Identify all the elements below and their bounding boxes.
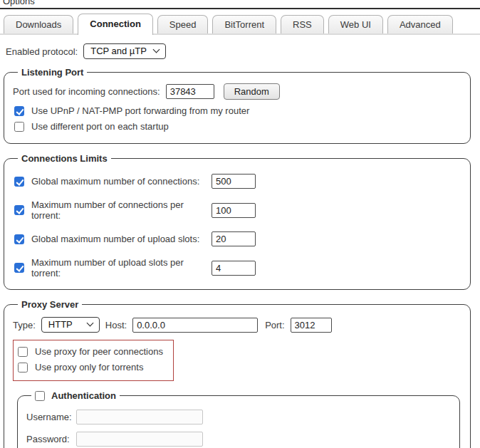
password-row: Password: [26, 432, 451, 447]
tab-label: Speed [169, 19, 197, 30]
max-connections-per-torrent-checkbox[interactable] [14, 205, 24, 215]
window-title-bar: Options [0, 0, 480, 9]
global-max-upload-slots-row: Global maximum number of upload slots: [14, 231, 460, 246]
max-connections-per-torrent-label: Maximum number of connections per torren… [31, 199, 204, 221]
authentication-section: Authentication Username: Password: Info:… [17, 390, 460, 448]
connections-limits-legend-text: Connections Limits [21, 153, 108, 164]
window-title: Options [3, 0, 35, 6]
proxy-type-select[interactable]: HTTP [41, 317, 100, 333]
max-connections-per-torrent-input[interactable] [212, 203, 256, 218]
proxy-host-input[interactable] [132, 318, 258, 333]
global-max-connections-row: Global maximum number of connections: [14, 174, 460, 189]
proxy-server-legend-text: Proxy Server [21, 299, 78, 310]
upnp-checkbox[interactable] [14, 106, 24, 116]
incoming-port-row: Port used for incoming connections: Rand… [13, 83, 461, 100]
proxy-server-section: Proxy Server Type: HTTP Host: Port: Use … [4, 299, 471, 448]
random-port-button[interactable]: Random [224, 83, 280, 100]
password-input [76, 432, 203, 447]
tab-rss[interactable]: RSS [281, 15, 324, 33]
tab-connection[interactable]: Connection [78, 14, 153, 35]
proxy-port-label: Port: [265, 320, 284, 330]
proxy-host-label: Host: [105, 320, 127, 330]
proxy-peer-connections-label: Use proxy for peer connections [35, 346, 163, 357]
proxy-peer-connections-checkbox[interactable] [18, 347, 28, 357]
authentication-checkbox[interactable] [35, 391, 45, 401]
global-max-upload-slots-label: Global maximum number of upload slots: [31, 234, 204, 244]
chevron-down-icon [153, 46, 160, 53]
tab-downloads[interactable]: Downloads [4, 15, 73, 33]
max-connections-per-torrent-row: Maximum number of connections per torren… [14, 199, 460, 221]
tab-speed[interactable]: Speed [157, 15, 209, 33]
tab-advanced[interactable]: Advanced [387, 15, 453, 33]
enabled-protocol-row: Enabled protocol: TCP and µTP [6, 43, 480, 59]
different-port-row: Use different port on each startup [14, 121, 460, 132]
max-upload-slots-per-torrent-row: Maximum number of upload slots per torre… [14, 257, 460, 278]
username-input [76, 410, 203, 424]
proxy-type-label: Type: [13, 320, 36, 330]
options-window: Options Downloads Connection Speed BitTo… [0, 0, 480, 448]
tab-label: BitTorrent [224, 19, 264, 30]
incoming-port-label: Port used for incoming connections: [13, 86, 160, 97]
global-max-connections-input[interactable] [212, 174, 256, 189]
max-upload-slots-per-torrent-input[interactable] [212, 261, 256, 276]
proxy-settings-row: Type: HTTP Host: Port: [13, 317, 461, 333]
authentication-legend: Authentication [31, 390, 120, 401]
max-upload-slots-per-torrent-checkbox[interactable] [14, 263, 24, 273]
authentication-legend-text: Authentication [51, 390, 116, 401]
upnp-row: Use UPnP / NAT-PMP port forwarding from … [14, 105, 460, 116]
listening-port-legend: Listening Port [18, 67, 87, 78]
connections-limits-legend: Connections Limits [18, 153, 111, 164]
tab-webui[interactable]: Web UI [328, 15, 383, 33]
enabled-protocol-select[interactable]: TCP and µTP [83, 43, 166, 59]
proxy-only-torrents-label: Use proxy only for torrents [35, 362, 143, 373]
proxy-server-legend: Proxy Server [18, 299, 82, 310]
global-max-upload-slots-input[interactable] [212, 231, 256, 246]
incoming-port-input[interactable] [166, 84, 214, 99]
proxy-options-highlight: Use proxy for peer connections Use proxy… [13, 340, 174, 381]
tab-label: Advanced [400, 19, 441, 30]
tab-label: Connection [90, 19, 141, 29]
listening-port-legend-text: Listening Port [21, 67, 83, 78]
proxy-type-value: HTTP [48, 319, 73, 330]
tab-label: RSS [293, 19, 312, 30]
proxy-port-input[interactable] [291, 318, 332, 333]
proxy-only-torrents-checkbox[interactable] [18, 363, 28, 373]
global-max-connections-label: Global maximum number of connections: [31, 176, 204, 187]
upnp-label: Use UPnP / NAT-PMP port forwarding from … [31, 105, 249, 116]
chevron-down-icon [86, 320, 93, 327]
max-upload-slots-per-torrent-label: Maximum number of upload slots per torre… [31, 257, 204, 278]
tab-bittorrent[interactable]: BitTorrent [212, 15, 276, 33]
listening-port-section: Listening Port Port used for incoming co… [4, 67, 471, 144]
enabled-protocol-label: Enabled protocol: [6, 46, 78, 57]
global-max-connections-checkbox[interactable] [14, 177, 24, 187]
proxy-peer-connections-row: Use proxy for peer connections [18, 346, 163, 357]
password-label: Password: [26, 434, 71, 444]
username-label: Username: [26, 412, 71, 422]
proxy-only-torrents-row: Use proxy only for torrents [18, 362, 163, 373]
connections-limits-section: Connections Limits Global maximum number… [4, 153, 471, 290]
tab-label: Web UI [340, 19, 371, 30]
different-port-label: Use different port on each startup [31, 121, 169, 132]
tab-bar: Downloads Connection Speed BitTorrent RS… [0, 9, 480, 35]
connection-tab-panel: Enabled protocol: TCP and µTP Listening … [0, 43, 480, 448]
different-port-checkbox[interactable] [14, 122, 24, 132]
global-max-upload-slots-checkbox[interactable] [14, 234, 24, 244]
username-row: Username: [26, 410, 451, 424]
tab-label: Downloads [16, 19, 61, 30]
enabled-protocol-value: TCP and µTP [90, 46, 147, 56]
